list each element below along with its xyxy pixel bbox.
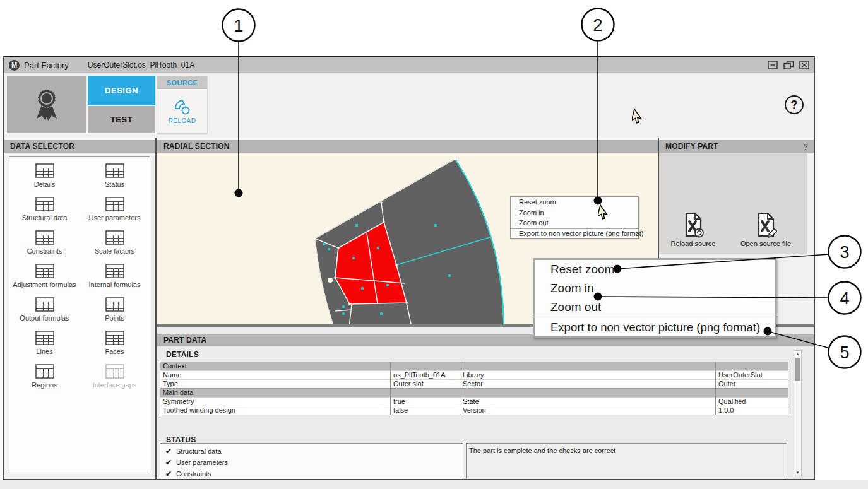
table-icon — [35, 364, 54, 379]
desktop-strip — [0, 480, 868, 489]
table-section-row: Context — [160, 362, 788, 371]
check-icon — [165, 447, 172, 456]
tab-design[interactable]: DESIGN — [88, 76, 155, 105]
item-label: Faces — [105, 348, 124, 355]
data-selector-item-output-formulas[interactable]: Output formulas — [9, 297, 80, 331]
item-label: Points — [105, 314, 124, 322]
status-check-row: Structural data — [165, 445, 458, 457]
menu-item-zoom-in[interactable]: Zoom in — [511, 208, 638, 218]
data-selector-item-lines[interactable]: Lines — [9, 331, 80, 364]
table-icon — [105, 264, 124, 278]
table-icon — [35, 163, 54, 178]
item-label: Adjustment formulas — [13, 281, 76, 288]
data-selector-item-details[interactable]: Details — [9, 163, 80, 197]
close-button[interactable] — [799, 61, 809, 69]
data-selector-panel: Details Status Structural data User para… — [4, 153, 156, 479]
callout-circle-1 — [223, 9, 255, 42]
data-selector-grid: Details Status Structural data User para… — [9, 157, 150, 398]
table-icon — [35, 264, 54, 278]
context-menu-magnified: Reset zoom Zoom in Zoom out Export to no… — [533, 258, 776, 338]
menu-item-export-png[interactable]: Export to non vector picture (png format… — [535, 317, 775, 336]
table-icon-disabled — [105, 364, 124, 379]
menu-item-export-png[interactable]: Export to non vector picture (png format… — [511, 228, 638, 238]
source-group: SOURCE RELOAD — [157, 76, 208, 134]
window-controls — [768, 61, 809, 69]
restore-button[interactable] — [783, 61, 794, 69]
scroll-up-arrow-icon[interactable] — [794, 351, 801, 357]
menu-item-reset-zoom[interactable]: Reset zoom — [511, 197, 638, 208]
radial-section-header: RADIAL SECTION — [157, 140, 658, 153]
open-source-file-button[interactable]: Open source file — [734, 212, 797, 247]
check-label: User parameters — [176, 459, 228, 466]
qualification-badge-button[interactable] — [7, 76, 86, 133]
callout-number-5: 5 — [840, 343, 849, 362]
tab-test[interactable]: TEST — [88, 106, 155, 133]
item-label: Lines — [36, 348, 52, 355]
mouse-cursor-icon — [632, 108, 648, 126]
modify-part-header: MODIFY PART ? — [659, 140, 814, 153]
table-icon — [35, 230, 54, 245]
callout-circle-2 — [582, 9, 614, 41]
callout-number-4: 4 — [840, 289, 849, 308]
table-icon — [105, 297, 124, 312]
table-row: Type Outer slot Sector Outer — [160, 380, 788, 389]
data-selector-item-faces[interactable]: Faces — [80, 331, 150, 364]
open-source-file-icon — [754, 212, 777, 238]
check-icon — [165, 469, 172, 478]
item-label: Scale factors — [95, 247, 135, 255]
table-icon — [105, 163, 124, 178]
menu-item-zoom-in[interactable]: Zoom in — [535, 279, 775, 298]
reload-source-icon — [682, 212, 705, 238]
data-selector-item-structural-data[interactable]: Structural data — [9, 197, 80, 230]
data-selector-item-user-parameters[interactable]: User parameters — [80, 197, 150, 230]
data-selector-item-constraints[interactable]: Constraints — [9, 230, 80, 264]
menu-item-zoom-out[interactable]: Zoom out — [511, 218, 638, 228]
help-button[interactable]: ? — [785, 95, 804, 114]
table-icon — [105, 331, 124, 345]
table-section-row: Main data — [160, 389, 788, 398]
callout-circle-4 — [829, 282, 861, 314]
restore-icon — [783, 61, 794, 69]
data-selector-item-status[interactable]: Status — [80, 163, 150, 197]
part-factory-window: M Part Factory UserOuterSlot.os_PllTooth… — [3, 56, 815, 480]
data-selector-item-internal-formulas[interactable]: Internal formulas — [80, 264, 150, 297]
modify-part-title: MODIFY PART — [665, 142, 718, 151]
vertical-scrollbar[interactable] — [794, 350, 802, 476]
item-label: User parameters — [89, 214, 141, 221]
data-selector-title: DATA SELECTOR — [10, 142, 74, 151]
details-title: DETAILS — [166, 350, 199, 359]
data-selector-item-adjustment-formulas[interactable]: Adjustment formulas — [9, 264, 80, 297]
scroll-down-arrow-icon[interactable] — [794, 469, 801, 476]
reload-sector-icon — [173, 98, 192, 115]
data-selector-item-scale-factors[interactable]: Scale factors — [80, 230, 150, 264]
status-check-row: Constraints — [165, 468, 458, 480]
interface-gap-notch — [328, 278, 333, 283]
status-check-row: User parameters — [165, 457, 458, 468]
data-selector-box: Details Status Structural data User para… — [9, 156, 150, 474]
reload-source-button[interactable]: Reload source — [662, 212, 725, 247]
open-source-file-label: Open source file — [740, 240, 791, 247]
status-checks-box: Structural data User parameters Constrai… — [160, 443, 463, 480]
data-selector-item-regions[interactable]: Regions — [9, 364, 80, 398]
reload-button[interactable]: RELOAD — [157, 89, 207, 133]
data-selector-item-interface-gaps: Interface gaps — [80, 364, 150, 398]
menu-item-zoom-out[interactable]: Zoom out — [535, 298, 775, 317]
callout-circle-3 — [829, 236, 861, 268]
modify-part-help-button[interactable]: ? — [804, 142, 808, 151]
menu-item-reset-zoom[interactable]: Reset zoom — [535, 260, 775, 279]
page: M Part Factory UserOuterSlot.os_PllTooth… — [0, 0, 868, 489]
reload-source-label: Reload source — [671, 240, 716, 247]
table-icon — [35, 331, 54, 345]
callout-number-2: 2 — [593, 16, 602, 35]
check-label: Structural data — [176, 447, 222, 455]
table-icon — [35, 297, 54, 312]
status-message: The part is complete and the checks are … — [469, 447, 615, 454]
minimize-button[interactable] — [768, 61, 778, 69]
scrollbar-thumb[interactable] — [795, 358, 800, 381]
callout-number-3: 3 — [840, 243, 849, 262]
check-icon — [165, 458, 172, 467]
data-selector-header: DATA SELECTOR — [4, 140, 156, 153]
toolbar: DESIGN TEST SOURCE RELOAD ? — [4, 73, 814, 138]
radial-section-title: RADIAL SECTION — [163, 142, 230, 151]
data-selector-item-points[interactable]: Points — [80, 297, 150, 331]
